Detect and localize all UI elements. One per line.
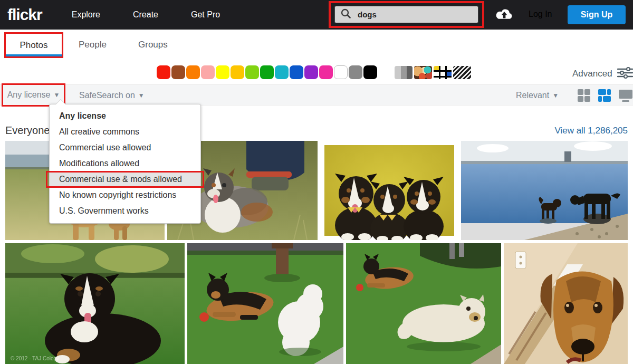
photo-thumbnail[interactable] xyxy=(504,243,628,364)
pattern-swatch-mondrian[interactable] xyxy=(434,66,452,79)
license-menu-item[interactable]: Modifications allowed xyxy=(50,156,200,171)
tab-groups[interactable]: Groups xyxy=(138,30,168,60)
photo-thumbnail[interactable] xyxy=(187,243,343,364)
tab-photos-label: Photos xyxy=(20,40,48,51)
annotation-box-menu-item xyxy=(46,171,204,188)
annotation-box-search xyxy=(329,1,484,28)
chevron-down-icon: ▼ xyxy=(53,91,60,99)
photo-thumbnail[interactable] xyxy=(346,243,501,364)
color-swatch-9[interactable] xyxy=(290,65,303,79)
color-swatch-7[interactable] xyxy=(260,65,274,79)
safesearch-label: SafeSearch on xyxy=(79,91,135,100)
advanced-search[interactable]: Advanced xyxy=(572,67,633,81)
view-all-link[interactable]: View all 1,286,205 xyxy=(554,126,628,136)
chevron-down-icon: ▼ xyxy=(138,92,145,99)
sort-label: Relevant xyxy=(516,91,549,100)
color-swatch-5[interactable] xyxy=(231,65,244,79)
login-link[interactable]: Log In xyxy=(529,9,552,19)
photo-thumbnail[interactable]: © 2012 - TAJ Colopy xyxy=(5,243,185,364)
color-swatches xyxy=(157,65,377,79)
pattern-swatch-bokeh[interactable] xyxy=(414,66,432,79)
license-menu-item[interactable]: Commercial use allowed xyxy=(50,140,200,156)
active-tab-underline xyxy=(6,54,62,56)
search-tabs: Photos People Groups xyxy=(0,30,633,60)
color-swatch-1[interactable] xyxy=(171,65,185,79)
color-swatch-11[interactable] xyxy=(319,65,333,79)
filter-bar: Any license ▼ SafeSearch on ▼ Relevant ▼ xyxy=(0,84,633,106)
grid-view-icon[interactable] xyxy=(577,89,591,102)
view-mode-switcher xyxy=(577,89,633,102)
search-icon xyxy=(341,8,351,21)
color-swatch-2[interactable] xyxy=(186,65,200,79)
license-menu-item[interactable]: U.S. Government works xyxy=(50,203,200,219)
tab-people[interactable]: People xyxy=(79,30,107,60)
safesearch-dropdown[interactable]: SafeSearch on ▼ xyxy=(79,85,145,106)
menu-notch xyxy=(56,100,65,104)
color-swatch-14[interactable] xyxy=(363,65,377,79)
signup-button[interactable]: Sign Up xyxy=(568,5,626,24)
color-swatch-8[interactable] xyxy=(275,65,289,79)
photo-thumbnail[interactable] xyxy=(320,141,458,240)
pattern-swatch-grayscale[interactable] xyxy=(395,66,413,79)
nav-explore[interactable]: Explore xyxy=(72,10,100,20)
pattern-swatch-hatch[interactable] xyxy=(453,66,471,79)
license-menu-item[interactable]: All creative commons xyxy=(50,124,200,140)
color-swatch-4[interactable] xyxy=(216,65,229,79)
color-swatch-12[interactable] xyxy=(334,65,348,79)
sliders-icon xyxy=(617,67,633,81)
license-menu: Any licenseAll creative commonsCommercia… xyxy=(49,104,201,224)
justified-view-icon[interactable] xyxy=(598,89,611,102)
license-menu-item[interactable]: No known copyright restrictions xyxy=(50,187,200,203)
photo-watermark: © 2012 - TAJ Colopy xyxy=(11,356,59,361)
primary-nav: Explore Create Get Pro xyxy=(72,10,220,20)
flickr-logo[interactable]: flickr xyxy=(7,6,42,24)
color-swatch-13[interactable] xyxy=(349,65,362,79)
sort-dropdown[interactable]: Relevant ▼ xyxy=(516,85,559,106)
color-swatch-6[interactable] xyxy=(245,65,259,79)
photo-thumbnail[interactable] xyxy=(461,141,628,240)
color-filter-row: Advanced xyxy=(0,60,633,84)
color-swatch-10[interactable] xyxy=(304,65,318,79)
nav-create[interactable]: Create xyxy=(133,10,158,20)
advanced-label: Advanced xyxy=(572,69,612,79)
nav-getpro[interactable]: Get Pro xyxy=(191,10,220,20)
license-menu-item[interactable]: Any license xyxy=(50,108,200,124)
tab-photos[interactable]: Photos xyxy=(4,32,63,58)
single-view-icon[interactable] xyxy=(618,89,633,102)
photo-row-2: © 2012 - TAJ Colopy xyxy=(5,243,628,364)
license-menu-item[interactable]: Commercial use & mods allowed xyxy=(50,171,200,187)
license-menu-list: Any licenseAll creative commonsCommercia… xyxy=(50,108,200,219)
color-swatch-0[interactable] xyxy=(157,65,170,79)
search-box[interactable] xyxy=(334,6,478,23)
search-input[interactable] xyxy=(358,10,458,19)
chevron-down-icon: ▼ xyxy=(552,92,559,99)
pattern-swatches xyxy=(395,66,471,79)
license-dropdown-label: Any license xyxy=(7,90,51,100)
color-swatch-3[interactable] xyxy=(201,65,215,79)
upload-cloud-icon[interactable] xyxy=(495,7,514,24)
